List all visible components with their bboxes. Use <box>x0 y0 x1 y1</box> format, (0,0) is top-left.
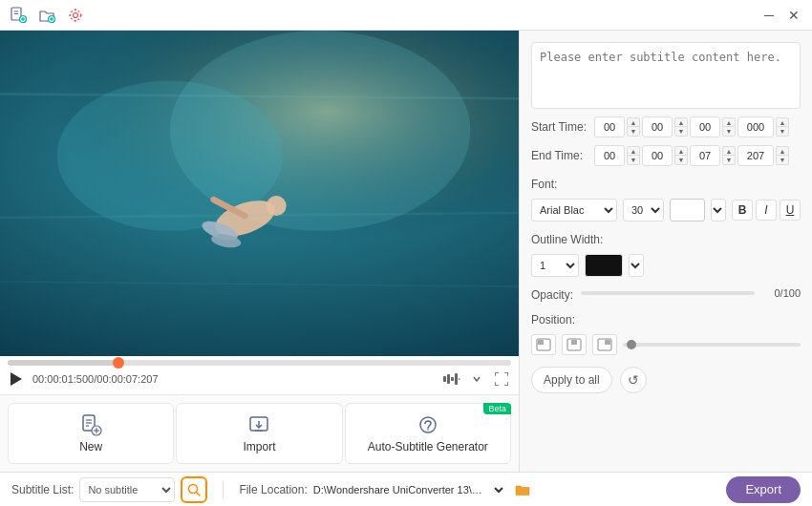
svg-rect-27 <box>455 373 458 385</box>
end-time-h[interactable] <box>594 145 625 166</box>
start-time-s[interactable] <box>690 116 720 137</box>
end-time-s[interactable] <box>690 145 720 166</box>
fullscreen-icon[interactable] <box>492 369 511 389</box>
position-label: Position: <box>531 313 801 327</box>
auto-subtitle-icon <box>417 413 439 436</box>
chevron-down-icon[interactable] <box>467 369 486 389</box>
position-row <box>531 334 801 355</box>
new-label: New <box>79 440 102 453</box>
spin-down[interactable]: ▼ <box>627 127 640 137</box>
end-time-ms[interactable] <box>737 145 774 166</box>
spin-up[interactable]: ▲ <box>722 146 736 156</box>
minimize-button[interactable]: ─ <box>759 5 780 26</box>
audio-settings-icon[interactable] <box>442 369 461 389</box>
spin-down[interactable]: ▼ <box>627 156 640 165</box>
video-scene <box>0 31 519 356</box>
auto-subtitle-label: Auto-Subtitle Generator <box>368 440 488 453</box>
close-button[interactable]: ✕ <box>783 5 804 26</box>
play-button[interactable] <box>8 370 25 388</box>
end-time-inputs: ▲ ▼ ▲ ▼ ▲ ▼ ▲ ▼ <box>594 145 789 166</box>
start-time-ms[interactable] <box>737 116 774 137</box>
start-time-h[interactable] <box>594 116 625 137</box>
underline-button[interactable]: U <box>780 200 801 221</box>
add-folder-icon[interactable] <box>36 5 57 26</box>
font-color-dropdown[interactable] <box>711 199 726 221</box>
start-time-ms-spinner: ▲ ▼ <box>776 117 789 137</box>
opacity-slider[interactable] <box>581 291 755 295</box>
auto-subtitle-button[interactable]: Beta Auto-Subtitle Generator <box>345 403 511 464</box>
refresh-button[interactable]: ↺ <box>620 367 647 393</box>
spin-up[interactable]: ▲ <box>776 117 789 127</box>
spin-up[interactable]: ▲ <box>627 146 640 156</box>
right-panel: Start Time: ▲ ▼ ▲ ▼ ▲ ▼ <box>519 31 812 472</box>
opacity-row: Opacity: 0/100 <box>531 285 801 302</box>
spin-up[interactable]: ▲ <box>776 146 789 156</box>
end-time-m[interactable] <box>642 145 673 166</box>
svg-rect-45 <box>605 340 610 345</box>
opacity-value: 0/100 <box>762 287 801 299</box>
position-top-right-button[interactable] <box>592 334 617 355</box>
import-button[interactable]: Import <box>176 403 342 464</box>
outline-width-select[interactable]: 1 2 3 <box>531 254 579 277</box>
file-location-dropdown[interactable] <box>491 478 506 501</box>
spin-down[interactable]: ▼ <box>674 127 688 137</box>
spin-down[interactable]: ▼ <box>674 156 688 165</box>
search-button[interactable] <box>181 476 207 503</box>
position-top-center-button[interactable] <box>562 334 587 355</box>
status-bar: Subtitle List: No subtitle File Location… <box>0 472 812 506</box>
controls-left: 00:00:01:500/00:00:07:207 <box>8 370 159 388</box>
spin-up[interactable]: ▲ <box>627 117 640 127</box>
new-icon <box>79 413 102 436</box>
outline-color-picker[interactable] <box>585 254 623 277</box>
end-time-s-spinner: ▲ ▼ <box>722 146 736 165</box>
outline-color-dropdown[interactable] <box>629 254 644 277</box>
svg-point-16 <box>267 196 287 216</box>
spin-up[interactable]: ▲ <box>722 117 736 127</box>
video-area <box>0 31 519 356</box>
font-size-select[interactable]: 30 24 36 48 <box>623 199 664 221</box>
font-family-select[interactable]: Arial Blac Arial Times New Roman <box>531 199 617 221</box>
beta-badge: Beta <box>483 403 511 414</box>
apply-all-button[interactable]: Apply to all <box>531 367 612 393</box>
svg-marker-23 <box>11 372 22 386</box>
position-slider-thumb <box>627 340 636 349</box>
spin-down[interactable]: ▼ <box>776 156 789 165</box>
action-buttons: New Import Beta <box>0 394 519 472</box>
font-color-picker[interactable] <box>670 199 705 221</box>
timeline[interactable] <box>8 360 511 366</box>
export-button[interactable]: Export <box>726 476 801 503</box>
title-bar: ─ ✕ <box>0 0 812 31</box>
timeline-thumb[interactable] <box>113 357 124 369</box>
spin-up[interactable]: ▲ <box>674 146 688 156</box>
new-button[interactable]: New <box>8 403 174 464</box>
svg-rect-25 <box>447 374 450 384</box>
end-time-ms-spinner: ▲ ▼ <box>776 146 789 165</box>
start-time-s-spinner: ▲ ▼ <box>722 117 736 137</box>
start-time-m[interactable] <box>642 116 673 137</box>
settings-icon[interactable] <box>65 5 86 26</box>
subtitle-list-select[interactable]: No subtitle <box>79 477 175 502</box>
spin-up[interactable]: ▲ <box>674 117 688 127</box>
subtitle-input[interactable] <box>531 42 801 109</box>
title-bar-left-icons <box>8 5 86 26</box>
position-slider[interactable] <box>623 343 801 347</box>
spin-down[interactable]: ▼ <box>722 156 736 165</box>
subtitle-list-label: Subtitle List: <box>11 483 74 496</box>
end-time-label: End Time: <box>531 149 588 162</box>
add-file-icon[interactable] <box>8 5 29 26</box>
main-content: 00:00:01:500/00:00:07:207 <box>0 31 812 472</box>
file-location-section: File Location: D:\Wondershare UniConvert… <box>239 478 532 501</box>
spin-down[interactable]: ▼ <box>722 127 736 137</box>
file-path: D:\Wondershare UniConverter 13\SubEdite <box>313 484 485 495</box>
svg-rect-24 <box>443 376 446 382</box>
svg-point-10 <box>71 10 81 20</box>
svg-line-47 <box>197 492 201 495</box>
outline-row: 1 2 3 <box>531 254 801 277</box>
spin-down[interactable]: ▼ <box>776 127 789 137</box>
position-top-left-button[interactable] <box>531 334 556 355</box>
italic-button[interactable]: I <box>756 200 777 221</box>
folder-icon[interactable] <box>512 479 533 500</box>
start-time-inputs: ▲ ▼ ▲ ▼ ▲ ▼ ▲ ▼ <box>594 116 789 137</box>
bold-button[interactable]: B <box>732 200 753 221</box>
font-label: Font: <box>531 178 801 191</box>
